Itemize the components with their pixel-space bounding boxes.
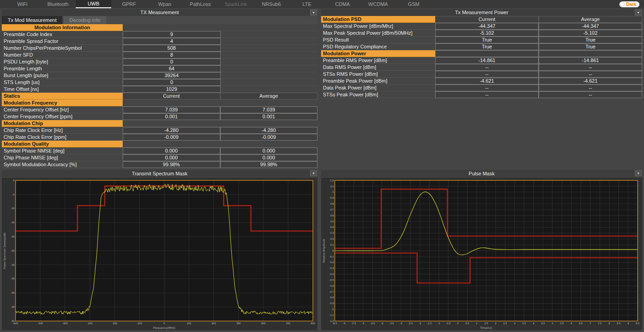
value-cell-current: True bbox=[435, 43, 539, 50]
svg-text:-20: -20 bbox=[11, 235, 15, 238]
value-cell-current: 7.039 bbox=[123, 106, 220, 113]
empty-cell bbox=[220, 141, 318, 148]
panel-collapse-button[interactable]: ▼ bbox=[310, 10, 317, 16]
value-cell-average: -5.102 bbox=[539, 30, 642, 37]
table-row: Data RMS Power [dBm]---- bbox=[321, 64, 642, 71]
tab-wpan[interactable]: Wpan bbox=[147, 0, 182, 8]
chevron-down-icon: ▼ bbox=[637, 172, 640, 175]
tab-sparklink[interactable]: SparkLink bbox=[218, 0, 254, 8]
power-header-row: Modulation Power bbox=[321, 50, 642, 57]
tab-uwb[interactable]: UWB bbox=[76, 0, 111, 8]
row-label: Symbol Modulation Accuracy [%] bbox=[2, 161, 123, 168]
empty-cell bbox=[221, 72, 318, 79]
tab-gprf[interactable]: GPRF bbox=[111, 0, 147, 8]
dark-mode-toggle[interactable]: Dark bbox=[619, 1, 639, 7]
svg-text:-50: -50 bbox=[11, 320, 15, 322]
svg-text:-0.5: -0.5 bbox=[329, 279, 334, 281]
svg-text:-40: -40 bbox=[11, 291, 15, 294]
empty-cell bbox=[221, 65, 318, 72]
tab-pathloss[interactable]: PathLoss bbox=[182, 0, 218, 8]
svg-text:-2: -2 bbox=[419, 322, 421, 325]
svg-text:-35: -35 bbox=[11, 277, 15, 280]
svg-text:-0.3: -0.3 bbox=[329, 267, 334, 269]
svg-text:1.5: 1.5 bbox=[484, 322, 488, 325]
empty-cell bbox=[221, 52, 318, 58]
value-cell-average: -14.861 bbox=[539, 57, 642, 64]
value-cell-current: -- bbox=[435, 71, 539, 78]
svg-text:0.2: 0.2 bbox=[330, 237, 334, 240]
tab-wifi[interactable]: WiFi bbox=[5, 0, 40, 8]
svg-text:600: 600 bbox=[311, 322, 315, 325]
value-cell: 4 bbox=[123, 38, 221, 45]
svg-text:-0.5: -0.5 bbox=[446, 322, 451, 325]
value-cell: 9 bbox=[123, 31, 221, 38]
value-cell-current: -- bbox=[435, 91, 539, 98]
svg-text:-5: -5 bbox=[362, 322, 364, 325]
svg-text:7: 7 bbox=[590, 322, 591, 325]
svg-text:400: 400 bbox=[261, 322, 266, 325]
value-cell-current: -4.280 bbox=[123, 127, 220, 134]
tab-cdma[interactable]: CDMA bbox=[325, 0, 360, 8]
tab-bluetooth[interactable]: Bluetooth bbox=[40, 0, 76, 8]
svg-text:3.5: 3.5 bbox=[522, 322, 526, 325]
tab-gsm[interactable]: GSM bbox=[396, 0, 431, 8]
tab-decoding-info[interactable]: Decoding Info bbox=[63, 16, 106, 24]
svg-text:-1.1: -1.1 bbox=[329, 314, 334, 316]
table-row: Chip Phase NMSE [deg]0.0000.000 bbox=[2, 154, 317, 161]
tab-lte[interactable]: LTE bbox=[289, 0, 325, 8]
empty-cell bbox=[220, 120, 318, 127]
svg-text:-0.2: -0.2 bbox=[329, 261, 334, 263]
row-label: Chip Phase NMSE [deg] bbox=[2, 154, 123, 161]
svg-text:2.5: 2.5 bbox=[504, 322, 507, 325]
value-cell-current: -14.861 bbox=[435, 57, 539, 64]
pulse-mask-header: Pulse Mask ▼ bbox=[321, 170, 642, 177]
transmit-spectrum-mask-header: Transmit Spectrum Mask ▼ bbox=[2, 170, 317, 177]
value-cell: 8 bbox=[123, 52, 221, 58]
chart-collapse-button[interactable]: ▼ bbox=[635, 170, 642, 176]
row-label: PSDU Length [byte] bbox=[2, 58, 123, 65]
column-header-average: Average bbox=[220, 93, 318, 100]
tab-tx-mod-measurement[interactable]: Tx Mod Measurement bbox=[2, 16, 62, 24]
table-row: Preamble RMS Power [dBm]-14.861-14.861 bbox=[321, 57, 642, 64]
value-cell: 1029 bbox=[123, 86, 221, 93]
svg-text:3: 3 bbox=[514, 322, 515, 325]
svg-text:4.5: 4.5 bbox=[541, 322, 545, 325]
section-title: Statics bbox=[2, 93, 123, 100]
statics-header-row: Statics Current Average bbox=[2, 93, 317, 100]
tab-nrsub6[interactable]: NRSub6 bbox=[254, 0, 289, 8]
value-cell-current: -0.009 bbox=[123, 134, 220, 141]
tab-wcdma[interactable]: WCDMA bbox=[360, 0, 396, 8]
svg-text:0.9: 0.9 bbox=[330, 196, 334, 199]
transmit-spectrum-mask-chart[interactable]: -600-500-400-300-200-1000100200300400500… bbox=[2, 178, 317, 330]
value-cell: 508 bbox=[123, 45, 221, 52]
svg-text:-400: -400 bbox=[62, 322, 68, 325]
empty-cell bbox=[221, 79, 318, 86]
empty-cell bbox=[221, 45, 318, 52]
table-row: Number ChipsPerPreambleSymbol508 bbox=[2, 45, 317, 52]
toggle-knob-icon bbox=[620, 2, 625, 7]
panel-collapse-button[interactable]: ▼ bbox=[635, 10, 642, 16]
value-cell-average: 0.000 bbox=[220, 154, 318, 161]
value-cell-average: -- bbox=[539, 64, 642, 71]
value-cell-average: 0.001 bbox=[220, 113, 318, 120]
chart-collapse-button[interactable]: ▼ bbox=[310, 170, 317, 176]
pulse-mask-chart[interactable]: -6.5-6-5.5-5-4.5-4-3.5-3-2.5-2-1.5-1-0.5… bbox=[321, 178, 642, 330]
value-cell-average: -0.009 bbox=[220, 134, 318, 141]
empty-cell bbox=[123, 100, 220, 106]
chevron-down-icon: ▼ bbox=[312, 172, 315, 175]
svg-text:-0.8: -0.8 bbox=[329, 296, 334, 299]
chart-title: Transmit Spectrum Mask bbox=[132, 171, 187, 176]
svg-text:Frequency(MHz): Frequency(MHz) bbox=[153, 326, 176, 330]
value-cell-current: -44.347 bbox=[435, 23, 539, 30]
svg-text:0.1: 0.1 bbox=[330, 243, 334, 246]
svg-text:0.6: 0.6 bbox=[330, 214, 334, 217]
chevron-down-icon: ▼ bbox=[312, 11, 315, 14]
svg-text:-1.5: -1.5 bbox=[427, 322, 432, 325]
value-cell-average: -- bbox=[539, 91, 642, 98]
svg-text:-6.5: -6.5 bbox=[332, 322, 337, 325]
empty-cell bbox=[220, 100, 318, 106]
row-label: Data RMS Power [dBm] bbox=[321, 64, 435, 71]
table-row: STSs RMS Power [dBm]---- bbox=[321, 71, 642, 78]
row-label: Number SFD bbox=[2, 52, 123, 58]
section-header-row: Modulation Quality bbox=[2, 141, 317, 148]
